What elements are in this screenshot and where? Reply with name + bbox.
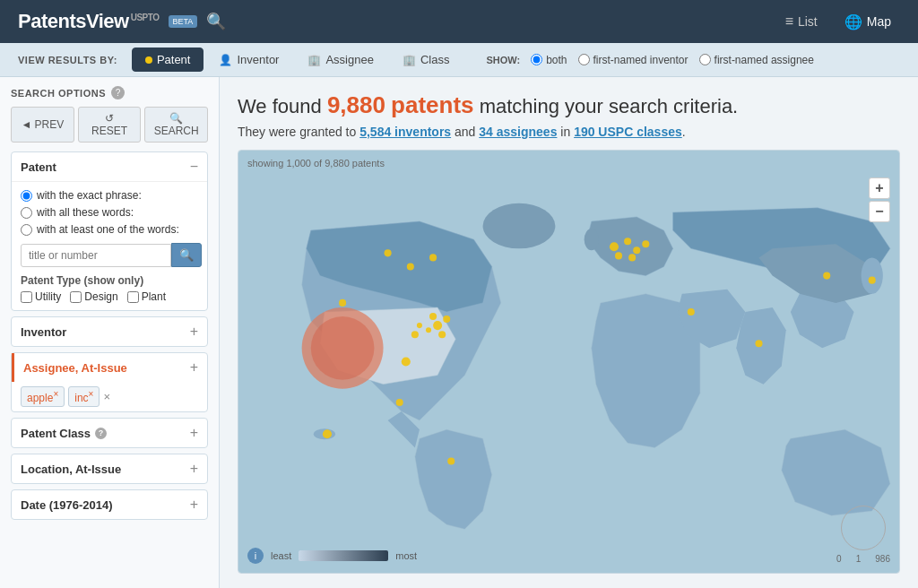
patent-class-help-icon[interactable]: ? (95, 428, 107, 439)
plant-checkbox-item[interactable]: Plant (127, 290, 166, 303)
tab-assignee-label: Assignee (325, 53, 373, 66)
all-words-radio[interactable] (21, 207, 32, 219)
show-first-assignee-option[interactable]: first-named assignee (699, 54, 814, 66)
patent-class-filter-header[interactable]: Patent Class ? + (12, 419, 207, 447)
utility-checkbox-item[interactable]: Utility (21, 290, 61, 303)
legend-least-label: least (271, 550, 291, 561)
any-words-label: with at least one of the words: (37, 223, 179, 236)
map-container[interactable]: showing 1,000 of 9,880 patents (238, 150, 900, 574)
search-options-label: SEARCH OPTIONS (11, 88, 106, 99)
map-nav-label: Map (867, 14, 891, 29)
search-circle-icon: 🔍 (206, 12, 226, 31)
subtext-and: and (451, 125, 479, 139)
tab-class[interactable]: 🏢 Class (389, 48, 463, 72)
date-filter-header[interactable]: Date (1976-2014) + (12, 490, 207, 519)
list-nav-label: List (798, 14, 818, 29)
patent-class-filter-section: Patent Class ? + (11, 418, 208, 448)
zoom-in-button[interactable]: + (869, 177, 890, 199)
svg-point-19 (610, 242, 619, 251)
map-circle-legend: 0 1 986 (836, 506, 890, 564)
tab-patent-label: Patent (157, 53, 191, 66)
svg-point-22 (642, 240, 649, 247)
show-both-option[interactable]: both (531, 54, 567, 66)
search-button[interactable]: 🔍 SEARCH (144, 107, 208, 143)
svg-point-18 (429, 254, 437, 261)
show-first-inventor-radio[interactable] (578, 54, 590, 65)
inventors-link[interactable]: 5,584 inventors (359, 125, 451, 139)
all-words-option[interactable]: with all these words: (21, 206, 198, 219)
view-results-label: VIEW RESULTS BY: (18, 55, 117, 65)
show-group: SHOW: both first-named inventor first-na… (486, 54, 813, 66)
legend-most-label: most (395, 550, 417, 561)
location-filter-header[interactable]: Location, At-Issue + (12, 454, 207, 483)
tab-patent[interactable]: Patent (132, 48, 204, 72)
svg-point-21 (633, 246, 640, 254)
svg-point-15 (339, 299, 346, 307)
show-both-label: both (546, 54, 567, 66)
svg-point-16 (407, 263, 414, 270)
svg-point-3 (585, 229, 599, 250)
svg-point-12 (402, 357, 411, 366)
tags-clear-button[interactable]: × (103, 390, 110, 403)
location-filter-section: Location, At-Issue + (11, 454, 208, 484)
utility-checkbox[interactable] (21, 291, 32, 303)
svg-point-20 (624, 238, 631, 245)
svg-point-25 (823, 272, 830, 280)
logo-name: PatentsView (18, 10, 129, 32)
design-checkbox[interactable] (70, 291, 82, 303)
location-filter-label: Location, At-Issue (21, 463, 121, 476)
result-count: 9,880 (327, 91, 385, 118)
design-checkbox-item[interactable]: Design (70, 290, 117, 303)
patent-filter-label: Patent (21, 160, 56, 174)
svg-point-17 (385, 249, 392, 256)
svg-point-1 (483, 203, 556, 248)
result-subtext: They were granted to 5,584 inventors and… (238, 125, 900, 139)
search-options-header: SEARCH OPTIONS ? (11, 86, 208, 99)
prev-button[interactable]: ◄ PREV (11, 107, 74, 143)
plant-checkbox[interactable] (127, 291, 139, 303)
list-nav-item[interactable]: ≡ List (776, 10, 827, 34)
svg-point-28 (396, 399, 403, 406)
show-both-radio[interactable] (531, 54, 542, 65)
logo: PatentsViewUSPTO BETA 🔍 (18, 10, 226, 33)
patent-search-go-button[interactable]: 🔍 (171, 243, 202, 267)
circle-legend-one: 1 (856, 554, 862, 564)
world-map-svg[interactable] (238, 151, 899, 573)
assignee-tags-row: apple× inc× × (12, 382, 207, 411)
tab-assignee[interactable]: 🏢 Assignee (294, 48, 386, 72)
assignee-filter-section: Assignee, At-Issue + apple× inc× × (11, 352, 208, 412)
date-expand-icon: + (190, 497, 198, 513)
map-nav-item[interactable]: 🌐 Map (836, 10, 900, 34)
patent-search-input[interactable] (21, 244, 171, 267)
any-words-option[interactable]: with at least one of the words: (21, 223, 198, 236)
any-words-radio[interactable] (21, 224, 32, 236)
show-first-inventor-option[interactable]: first-named inventor (578, 54, 688, 66)
show-first-assignee-label: first-named assignee (714, 54, 814, 66)
assignees-link[interactable]: 34 assignees (479, 125, 557, 139)
exact-phrase-option[interactable]: with the exact phrase: (21, 189, 198, 202)
map-icon: 🌐 (844, 13, 862, 30)
patent-class-filter-label: Patent Class (21, 427, 91, 440)
result-prefix: We found (238, 95, 327, 117)
patent-dot-icon (145, 56, 152, 64)
inventor-filter-header[interactable]: Inventor + (12, 317, 207, 346)
show-first-assignee-radio[interactable] (699, 54, 711, 65)
search-options-help-icon[interactable]: ? (111, 86, 125, 99)
location-expand-icon: + (190, 461, 198, 477)
map-label: showing 1,000 of 9,880 patents (247, 158, 385, 169)
tag-apple: apple× (21, 386, 65, 407)
patent-filter-header[interactable]: Patent − (12, 152, 207, 181)
exact-phrase-radio[interactable] (21, 190, 32, 202)
result-suffix: matching your search criteria. (474, 95, 739, 117)
legend-info-icon[interactable]: i (247, 548, 264, 564)
tab-inventor[interactable]: 👤 Inventor (205, 48, 292, 72)
circle-legend-values: 0 1 986 (836, 554, 890, 564)
reset-button[interactable]: ↺ RESET (78, 107, 142, 143)
classes-link[interactable]: 190 USPC classes (574, 125, 682, 139)
list-icon: ≡ (785, 13, 793, 30)
assignee-filter-label: Assignee, At-Issue (23, 361, 127, 375)
zoom-out-button[interactable]: − (869, 201, 890, 222)
date-filter-label: Date (1976-2014) (21, 498, 113, 512)
assignee-filter-header[interactable]: Assignee, At-Issue + (12, 353, 207, 382)
all-words-label: with all these words: (37, 206, 134, 219)
